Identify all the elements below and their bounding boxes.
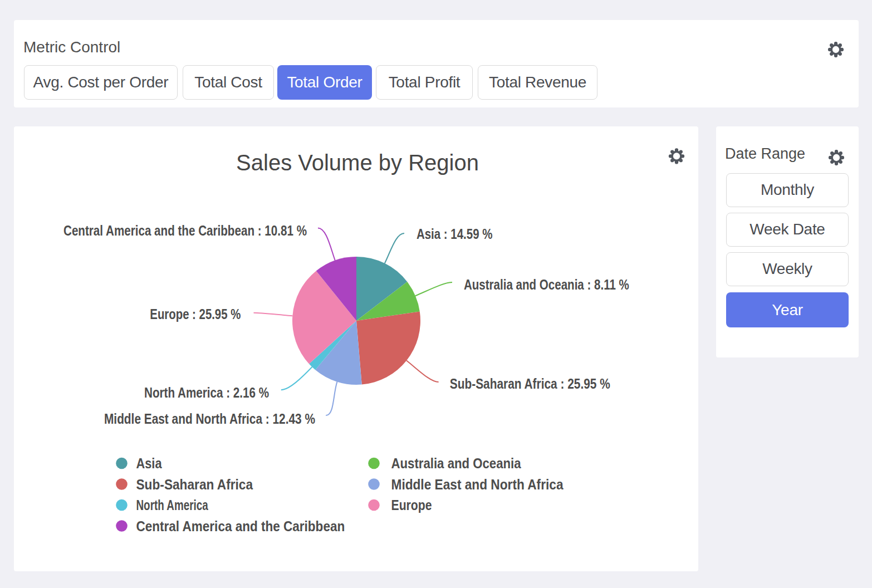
svg-text:North America : 2.16 %: North America : 2.16 %	[144, 384, 269, 401]
svg-text:Sub-Saharan Africa : 25.95 %: Sub-Saharan Africa : 25.95 %	[450, 375, 610, 392]
svg-text:Asia: Asia	[136, 455, 162, 472]
svg-text:Sub-Saharan Africa: Sub-Saharan Africa	[136, 476, 253, 493]
svg-text:Europe : 25.95 %: Europe : 25.95 %	[150, 306, 241, 322]
svg-text:Central America and the Caribb: Central America and the Caribbean	[136, 518, 345, 535]
svg-text:North America: North America	[136, 497, 209, 513]
svg-text:Central America and the Caribb: Central America and the Caribbean : 10.8…	[63, 222, 307, 239]
svg-text:Asia : 14.59 %: Asia : 14.59 %	[417, 226, 493, 242]
svg-text:Sales Volume by Region: Sales Volume by Region	[236, 150, 479, 175]
svg-text:Australia and Oceania : 8.11 %: Australia and Oceania : 8.11 %	[464, 276, 629, 293]
svg-text:Australia and Oceania: Australia and Oceania	[391, 455, 522, 472]
svg-text:Middle East and North Africa: Middle East and North Africa	[391, 476, 564, 493]
svg-text:Middle East and North Africa :: Middle East and North Africa : 12.43 %	[104, 410, 315, 427]
svg-text:Europe: Europe	[391, 497, 432, 513]
